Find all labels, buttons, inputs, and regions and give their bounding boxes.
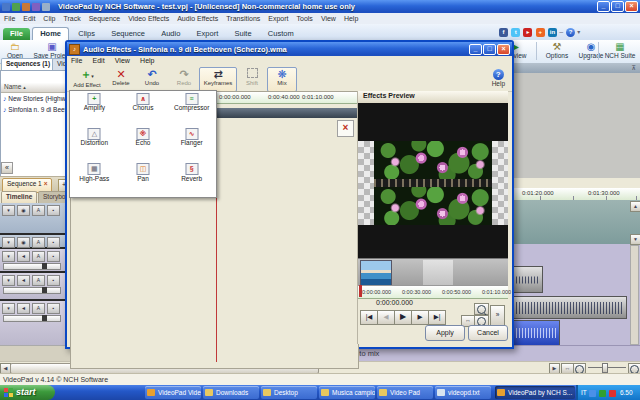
audio-clip[interactable] [513, 296, 627, 319]
taskbar-item[interactable]: Musica campione [319, 386, 375, 399]
track-menu-icon[interactable]: ▾ [2, 303, 15, 314]
track-menu-icon[interactable]: ▾ [2, 205, 15, 216]
speaker-icon[interactable]: ◄ [17, 303, 30, 314]
track-menu-icon[interactable]: ▾ [2, 237, 15, 248]
quick-icon-2[interactable] [22, 3, 30, 11]
step-back-button[interactable]: ◀ [377, 310, 395, 325]
taskbar-item[interactable]: Desktop [261, 386, 317, 399]
tab-audio[interactable]: Audio [154, 28, 187, 40]
audio-clip-selected[interactable] [513, 320, 560, 346]
taskbar-item[interactable]: videopd.txt [435, 386, 491, 399]
quick-icon-4[interactable] [42, 3, 50, 11]
volume-slider[interactable] [3, 263, 61, 270]
menu-track[interactable]: Track [63, 15, 80, 22]
scroll-down-button[interactable]: ▼ [630, 234, 640, 245]
automate-icon[interactable]: A [32, 275, 45, 286]
list-item[interactable]: ♪ New Stories (Highway [3, 95, 72, 102]
maximize-button[interactable]: □ [611, 1, 624, 12]
menu-tools[interactable]: Tools [297, 15, 313, 22]
menu-export[interactable]: Export [268, 15, 288, 22]
menu-file[interactable]: File [4, 15, 15, 22]
speaker-icon[interactable]: ◄ [17, 251, 30, 262]
volume-slider[interactable] [3, 287, 61, 294]
volume-slider[interactable] [3, 315, 61, 322]
play-button[interactable]: ▶ [394, 310, 412, 325]
tab-custom[interactable]: Custom [261, 28, 301, 40]
nch-suite-button[interactable]: ▦ NCH Suite [600, 41, 640, 62]
tab-file[interactable]: File [3, 28, 30, 40]
keyframes-button[interactable]: ⇄ Keyframes [199, 67, 237, 92]
tab-suite[interactable]: Suite [228, 28, 259, 40]
pin-icon[interactable]: ⊼ [632, 64, 636, 71]
taskbar-item[interactable]: Video Pad [377, 386, 433, 399]
share-icon[interactable]: + [536, 28, 545, 37]
effect-pan[interactable]: ◫ Pan [119, 162, 168, 197]
eye-icon[interactable]: ◉ [17, 205, 30, 216]
menu-video-effects[interactable]: Video Effects [128, 15, 169, 22]
scroll-up-button[interactable]: ▲ [630, 201, 640, 212]
go-start-button[interactable]: |◀ [360, 310, 378, 325]
linkedin-icon[interactable]: in [548, 28, 557, 37]
volume-slider-handle[interactable] [42, 263, 47, 269]
eye-icon[interactable]: ◉ [17, 237, 30, 248]
facebook-icon[interactable]: f [499, 28, 508, 37]
tray-icon[interactable] [609, 390, 616, 397]
automate-icon[interactable]: A [32, 237, 45, 248]
undo-button[interactable]: ↶ Undo [137, 67, 167, 92]
dialog-timeline-ruler[interactable]: 0:00:00.000 0:00:40.000 0:01:10.000 [216, 92, 357, 104]
track-menu-icon[interactable]: ▾ [2, 251, 15, 262]
speaker-icon[interactable]: ◄ [17, 275, 30, 286]
effect-chorus[interactable]: ∧ Chorus [119, 91, 168, 126]
zoom-in-button[interactable] [474, 303, 489, 315]
delete-effect-button[interactable]: ✕ Delete [105, 67, 137, 92]
add-effect-button[interactable]: ＋▾ Add Effect [69, 67, 105, 92]
automate-icon[interactable]: A [32, 251, 45, 262]
minimize-button[interactable]: _ [597, 1, 610, 12]
volume-slider-handle[interactable] [42, 287, 47, 293]
tab-export[interactable]: Export [190, 28, 226, 40]
quick-icon-3[interactable] [32, 3, 40, 11]
zoom-slider-handle[interactable] [602, 363, 608, 373]
preview-ruler[interactable]: 0:00:00.000 0:00:30.000 0:00:50.000 0:01… [358, 285, 508, 299]
youtube-icon[interactable]: ▸ [523, 28, 532, 37]
expand-button[interactable]: » [490, 305, 505, 326]
dialog-close-button[interactable]: × [497, 44, 510, 55]
step-forward-button[interactable]: ▶ [411, 310, 429, 325]
remove-effect-button[interactable]: × [337, 120, 354, 137]
effect-compressor[interactable]: ≡ Compressor [167, 91, 216, 126]
effect-echo[interactable]: ※ Echo [119, 126, 168, 161]
chevron-down-icon[interactable]: ▾ [577, 29, 580, 35]
tab-sequence[interactable]: Sequence [104, 28, 152, 40]
start-button[interactable]: start [0, 385, 55, 400]
collapse-panel-button[interactable]: « [1, 162, 13, 174]
menu-audio-effects[interactable]: Audio Effects [177, 15, 218, 22]
effect-reverb[interactable]: § Reverb [167, 162, 216, 197]
effect-flanger[interactable]: ∿ Flanger [167, 126, 216, 161]
language-indicator[interactable]: IT [581, 389, 587, 396]
effect-amplify[interactable]: + Amplify [70, 91, 119, 126]
menu-view[interactable]: View [321, 15, 336, 22]
lock-icon[interactable]: ▪ [47, 251, 60, 262]
effect-distortion[interactable]: △ Distortion [70, 126, 119, 161]
taskbar-item[interactable]: Downloads [203, 386, 259, 399]
track-menu-icon[interactable]: ▾ [2, 275, 15, 286]
dialog-menu-help[interactable]: Help [140, 57, 154, 64]
menu-help[interactable]: Help [344, 15, 358, 22]
tray-icon[interactable] [589, 390, 596, 397]
effect-high-pass[interactable]: ▦ High-Pass [70, 162, 119, 197]
mix-button[interactable]: ❋ Mix [267, 67, 297, 92]
menu-clip[interactable]: Clip [43, 15, 55, 22]
cancel-button[interactable]: Cancel [468, 325, 508, 341]
go-end-button[interactable]: ▶| [428, 310, 446, 325]
vertical-scrollbar[interactable] [630, 245, 639, 345]
lock-icon[interactable]: ▪ [47, 205, 60, 216]
quick-icon-1[interactable] [12, 3, 20, 11]
tab-clips[interactable]: Clips [71, 28, 102, 40]
help-icon[interactable]: ? [566, 28, 575, 37]
menu-transitions[interactable]: Transitions [226, 15, 260, 22]
apply-button[interactable]: Apply [425, 325, 465, 341]
audio-clip[interactable] [513, 266, 543, 293]
options-button[interactable]: ⚒ Options [539, 41, 575, 62]
lock-icon[interactable]: ▪ [47, 275, 60, 286]
lock-icon[interactable]: ▪ [47, 237, 60, 248]
